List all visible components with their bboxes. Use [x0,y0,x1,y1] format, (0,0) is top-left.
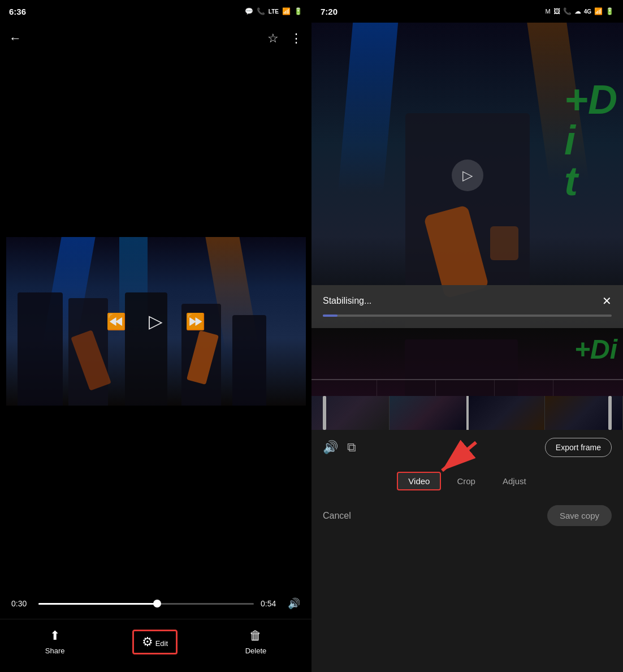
toolbar-container: 🔊 ⧉ Export frame [312,430,623,465]
layers-button[interactable]: ⧉ [347,440,356,455]
stabilising-progress-fill [323,315,338,317]
gallery-icon: 🖼 [553,7,560,15]
lte2-icon: 4G [584,8,591,15]
close-stabilising-button[interactable]: ✕ [602,294,612,308]
timeline-frame-3 [468,396,546,430]
delete-button[interactable]: 🗑 Delete [245,628,267,655]
more-button[interactable]: ⋮ [290,31,302,46]
toolbar-left: 🔊 ⧉ [323,440,356,455]
red-arrow [425,437,482,482]
edit-highlight-box: ⚙ Edit [132,630,178,654]
play-button[interactable]: ▷ [149,311,163,332]
stabilising-progress [323,315,612,317]
right-status-icons: M 🖼 📞 ☁ 4G 📶 🔋 [545,7,614,15]
video-preview-bottom: +Di [312,328,623,396]
progress-bar[interactable] [38,603,254,605]
share-icon: ⬆ [50,628,60,643]
phone-icon: 📞 [257,7,265,15]
left-status-icons: 💬 📞 LTE 📶 🔋 [245,7,302,15]
cloud-icon: ☁ [574,7,581,15]
gmail-icon: M [545,8,550,15]
video-container: ⏪ ▷ ⏩ [0,54,312,588]
timeline-strip[interactable] [312,396,623,430]
watermark-bottom: +Di [574,334,617,365]
timeline-frame-2 [390,396,468,430]
concert-background: ▷ +Dit [312,23,623,328]
time-start: 0:30 [11,599,32,608]
star-button[interactable]: ☆ [267,31,279,46]
share-label: Share [45,647,65,655]
progress-area: 0:30 0:54 🔊 [0,588,312,619]
edit-icon: ⚙ [142,635,153,649]
back-button[interactable]: ← [9,31,21,46]
volume-icon[interactable]: 🔊 [288,597,300,610]
left-top-bar: ← ☆ ⋮ [0,23,312,54]
left-status-time: 6:36 [9,7,26,16]
save-copy-button[interactable]: Save copy [547,505,612,526]
share-button[interactable]: ⬆ Share [45,628,65,655]
edit-label: Edit [155,639,168,648]
timeline-left-handle[interactable] [323,396,326,430]
right-panel: 7:20 M 🖼 📞 ☁ 4G 📶 🔋 ▷ +Dit [312,0,623,672]
tab-adjust[interactable]: Adjust [491,472,538,490]
export-frame-button[interactable]: Export frame [545,438,612,457]
timeline-playhead [466,396,469,430]
left-top-actions: ☆ ⋮ [267,31,302,46]
watermark: +Dit [564,79,617,201]
svg-line-1 [442,442,476,471]
signal2-icon: 📶 [594,7,603,15]
play-overlay[interactable]: ▷ [452,160,483,191]
bottom-action-row: Cancel Save copy [312,497,623,537]
stabilising-header: Stabilising... ✕ [323,294,612,308]
phone2-icon: 📞 [563,7,572,15]
progress-thumb [153,600,161,608]
right-status-bar: 7:20 M 🖼 📞 ☁ 4G 📶 🔋 [312,0,623,23]
left-status-bar: 6:36 💬 📞 LTE 📶 🔋 [0,0,312,23]
progress-fill [38,603,157,605]
delete-label: Delete [245,647,267,655]
whatsapp-icon: 💬 [245,7,253,15]
left-panel: 6:36 💬 📞 LTE 📶 🔋 ← ☆ ⋮ [0,0,312,672]
time-end: 0:54 [261,599,281,608]
stabilising-text: Stabilising... [323,296,371,306]
timeline-inner [312,396,623,430]
fast-forward-button[interactable]: ⏩ [185,312,205,331]
rewind-button[interactable]: ⏪ [106,312,126,331]
signal-icon: 📶 [282,7,291,15]
volume-button[interactable]: 🔊 [323,440,338,455]
right-status-time: 7:20 [321,7,338,16]
video-thumbnail: ⏪ ▷ ⏩ [6,237,306,406]
battery2-icon: 🔋 [605,7,614,15]
video-preview-top: ▷ +Dit Stabilising... ✕ [312,23,623,328]
bottom-actions: ⬆ Share ⚙ Edit 🗑 Delete [0,619,312,672]
delete-icon: 🗑 [249,628,262,643]
playback-controls: ⏪ ▷ ⏩ [6,311,306,332]
lte-icon: LTE [269,8,279,15]
timeline-right-handle[interactable] [608,396,612,430]
stabilising-popup: Stabilising... ✕ [312,285,623,328]
edit-button[interactable]: ⚙ Edit [132,630,178,654]
cancel-button[interactable]: Cancel [323,511,351,521]
battery-icon: 🔋 [294,7,302,15]
